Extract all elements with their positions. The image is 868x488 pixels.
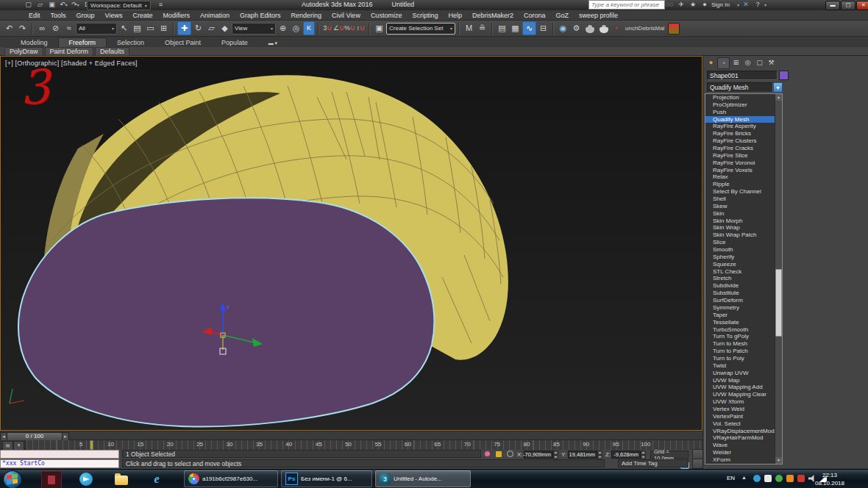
select-and-link-icon[interactable]: ∞ — [36, 22, 49, 35]
modifier-option-vertexpaint[interactable]: VertexPaint — [705, 413, 782, 420]
modifier-option-unwrap-uvw[interactable]: Unwrap UVW — [705, 370, 782, 377]
workspace-dropdown[interactable]: Workspace: Default ▾ — [87, 1, 151, 10]
isolate-selection-pin-icon[interactable] — [485, 451, 490, 456]
modifier-option-rayfire-voronoi[interactable]: RayFire Voronoi — [705, 159, 782, 167]
absolute-relative-coords-icon[interactable] — [507, 451, 513, 457]
modify-tab-icon[interactable]: ◔ — [717, 57, 730, 69]
select-and-manipulate-icon[interactable]: ◎ — [290, 22, 302, 35]
modifier-option-symmetry[interactable]: Symmetry — [705, 304, 782, 312]
modifier-option-turn-to-mesh[interactable]: Turn to Mesh — [705, 340, 782, 348]
ribbon-tab-freeform[interactable]: Freeform — [58, 37, 107, 47]
modifier-option-rayfire-slice[interactable]: RayFire Slice — [705, 152, 782, 159]
viewport-orthographic[interactable]: z [+] [Orthographic] [Shaded + Edged Fac… — [0, 56, 702, 431]
y-coord-spinner[interactable]: ▲▼ — [597, 451, 602, 459]
modifier-dropdown-arrow[interactable]: ▼ — [773, 82, 783, 93]
modifier-option-push[interactable]: Push — [705, 109, 782, 116]
redo-quick-icon[interactable]: ↷▾ — [71, 1, 80, 9]
select-and-move-icon[interactable]: ✚ — [177, 21, 191, 35]
search-community-icon[interactable]: ◌◌ — [664, 1, 675, 8]
use-pivot-center-icon[interactable]: ⊕ — [277, 22, 289, 35]
modifier-option-turn-to-patch[interactable]: Turn to Patch — [705, 348, 782, 355]
tray-expand-icon[interactable]: ▲ — [741, 475, 747, 480]
redo-icon[interactable]: ↷ — [16, 22, 29, 35]
modifier-option-rayfire-clusters[interactable]: RayFire Clusters — [705, 137, 782, 145]
modifier-option-turbosmooth[interactable]: TurboSmooth — [705, 326, 782, 334]
modifier-option-rayfire-asperity[interactable]: RayFire Asperity — [705, 123, 782, 130]
purple-surface[interactable] — [18, 198, 434, 426]
modifier-option-skin[interactable]: Skin — [705, 210, 782, 218]
user-icon[interactable]: ● — [700, 1, 710, 8]
modifier-option-shell[interactable]: Shell — [705, 195, 782, 203]
mirror-icon[interactable]: M — [463, 22, 475, 35]
menu-scripting[interactable]: Scripting — [407, 12, 443, 19]
z-coord-spinner[interactable]: ▲▼ — [641, 451, 646, 459]
modifier-option-squeeze[interactable]: Squeeze — [705, 261, 782, 268]
x-coord-field[interactable]: -70,909mm — [524, 451, 553, 459]
modifier-option-welder[interactable]: Welder — [705, 449, 782, 456]
menu-edit[interactable]: Edit — [24, 12, 46, 19]
taskbar-app-chrome[interactable]: a191b6cf2987e630... — [184, 470, 278, 487]
ribbon-tab-modeling[interactable]: Modeling — [10, 38, 58, 47]
menu-tools[interactable]: Tools — [46, 12, 71, 19]
modifier-option-turn-to-poly[interactable]: Turn to Poly — [705, 355, 782, 362]
modifier-option-spherify[interactable]: Spherify — [705, 254, 782, 261]
open-file-icon[interactable]: ▱ — [35, 1, 45, 9]
add-time-tag-field[interactable]: Add Time Tag — [618, 459, 689, 467]
menu-help[interactable]: Help — [443, 12, 467, 19]
favorites-star-icon[interactable]: ★ — [688, 1, 698, 8]
modifier-option-relax[interactable]: Relax — [705, 173, 782, 181]
modifier-option-slice[interactable]: Slice — [705, 239, 782, 246]
select-by-name-icon[interactable]: ▤ — [131, 22, 143, 35]
create-tab-icon[interactable]: ● — [705, 57, 716, 68]
ribbon-tab-populate[interactable]: Populate — [211, 38, 258, 47]
current-frame-marker[interactable] — [90, 440, 93, 450]
track-bar-ruler[interactable]: 5101520253035404550556065707580859095100 — [26, 440, 702, 450]
z-coord-field[interactable]: -9,628mm — [611, 451, 641, 459]
material-editor-icon[interactable]: ◉ — [557, 22, 569, 35]
sign-in-button[interactable]: Sign In — [711, 1, 730, 8]
modifier-option-uvw-map[interactable]: UVW Map — [705, 377, 782, 384]
modifier-option-vraydisplacementmod[interactable]: VRayDisplacementMod — [705, 428, 782, 435]
ribbon-subtab-paint-deform[interactable]: Paint Deform — [45, 47, 94, 56]
menu-rendering[interactable]: Rendering — [286, 12, 327, 19]
modifier-option-subdivide[interactable]: Subdivide — [705, 282, 782, 290]
modifier-option-stl-check[interactable]: STL Check — [705, 268, 782, 276]
ribbon-display-options-icon[interactable]: ▬ ▾ — [258, 40, 288, 47]
menu-group[interactable]: Group — [71, 12, 100, 19]
undo-quick-icon[interactable]: ↶▾ — [59, 1, 68, 9]
schematic-view-icon[interactable]: ⊟ — [537, 22, 549, 35]
menu-animation[interactable]: Animation — [195, 12, 235, 19]
object-name-field[interactable]: Shape001 — [707, 71, 778, 80]
save-icon[interactable]: ▣ — [47, 1, 57, 9]
minimize-button[interactable]: ▬ — [825, 1, 840, 10]
modifier-list-scrollbar[interactable]: ▲ ▼ — [775, 94, 782, 464]
rectangular-selection-region-icon[interactable]: ▭ — [144, 22, 157, 35]
ribbon-tab-object-paint[interactable]: Object Paint — [154, 38, 211, 47]
menu-corona[interactable]: Corona — [519, 12, 551, 19]
menu-civil-view[interactable]: Civil View — [327, 12, 366, 19]
menu-modifiers[interactable]: Modifiers — [157, 12, 195, 19]
telegram-icon[interactable] — [77, 471, 96, 487]
modifier-option-rayfire-voxels[interactable]: RayFire Voxels — [705, 167, 782, 174]
start-button[interactable] — [3, 470, 22, 488]
maxscript-mini-listener[interactable] — [0, 450, 119, 459]
menu-goz[interactable]: GoZ — [550, 12, 574, 19]
tray-telegram-icon[interactable] — [753, 475, 761, 482]
angle-snap-icon[interactable]: ∠∪ — [333, 22, 344, 35]
x-coord-spinner[interactable]: ▲▼ — [553, 451, 558, 459]
modifier-option-rayfire-cracks[interactable]: RayFire Cracks — [705, 145, 782, 152]
ribbon-subtab-defaults[interactable]: Defaults — [95, 47, 129, 56]
menu-sweep-profile[interactable]: sweep profile — [574, 12, 623, 19]
taskbar-app-max[interactable]: 3Untitled - Autode... — [375, 470, 471, 487]
select-object-icon[interactable]: ↖ — [118, 22, 130, 35]
modifier-option-vrayhairfarmmod[interactable]: VRayHairFarmMod — [705, 434, 782, 442]
modifier-option-skew[interactable]: Skew — [705, 203, 782, 210]
render-production-icon[interactable] — [600, 27, 608, 33]
modifier-option-uvw-mapping-clear[interactable]: UVW Mapping Clear — [705, 391, 782, 398]
modifier-option-taper[interactable]: Taper — [705, 312, 782, 319]
ribbon-toggle-icon[interactable]: ▦ — [509, 22, 522, 35]
select-and-place-icon[interactable]: ◆ — [218, 22, 231, 35]
ribbon-tab-selection[interactable]: Selection — [107, 38, 154, 47]
curve-editor-icon[interactable]: ∿ — [522, 21, 536, 35]
workspace-menu-icon[interactable]: ≡ — [156, 1, 166, 9]
